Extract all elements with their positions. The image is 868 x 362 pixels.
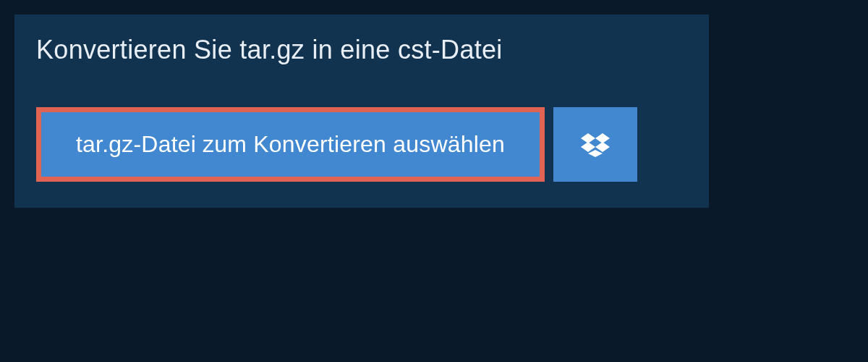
select-file-highlight: tar.gz-Datei zum Konvertieren auswählen (36, 107, 545, 182)
panel-header: Konvertieren Sie tar.gz in eine cst-Date… (14, 14, 709, 85)
converter-panel: Konvertieren Sie tar.gz in eine cst-Date… (14, 14, 709, 208)
select-file-button[interactable]: tar.gz-Datei zum Konvertieren auswählen (41, 112, 540, 177)
dropbox-icon (581, 132, 610, 157)
action-row: tar.gz-Datei zum Konvertieren auswählen (14, 85, 709, 208)
select-file-label: tar.gz-Datei zum Konvertieren auswählen (76, 131, 505, 157)
dropbox-button[interactable] (553, 107, 637, 182)
page-title: Konvertieren Sie tar.gz in eine cst-Date… (36, 35, 687, 65)
